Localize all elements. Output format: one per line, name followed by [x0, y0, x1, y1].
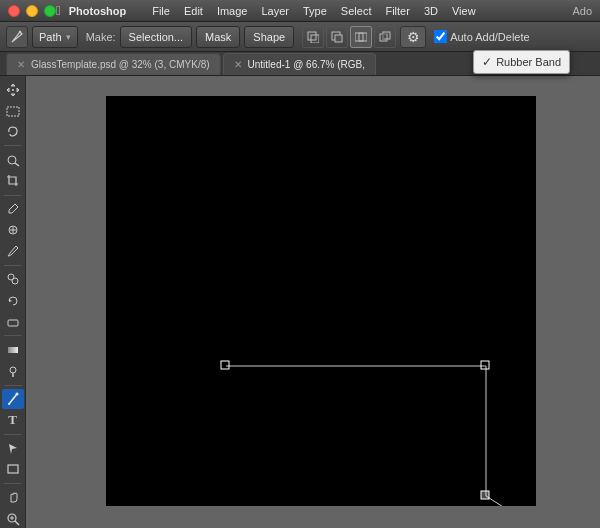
- text-btn[interactable]: T: [2, 411, 24, 430]
- rubber-band-label[interactable]: Rubber Band: [496, 56, 561, 68]
- toolbar-separator-6: [4, 434, 22, 435]
- gradient-btn[interactable]: [2, 340, 24, 359]
- shape-button[interactable]: Shape: [244, 26, 294, 48]
- auto-add-delete-checkbox-label[interactable]: Auto Add/Delete: [434, 30, 530, 43]
- history-brush-btn[interactable]: [2, 291, 24, 310]
- pen-btn[interactable]: [2, 389, 24, 408]
- svg-rect-4: [335, 35, 342, 42]
- clone-btn[interactable]: [2, 270, 24, 289]
- apple-icon: : [56, 3, 61, 18]
- close-button[interactable]: [8, 5, 20, 17]
- rectangle-select-btn[interactable]: [2, 101, 24, 120]
- minimize-button[interactable]: [26, 5, 38, 17]
- hand-btn[interactable]: [2, 488, 24, 507]
- eraser-btn[interactable]: [2, 312, 24, 331]
- svg-point-13: [8, 156, 16, 164]
- path-add-icon[interactable]: [302, 26, 324, 48]
- app-title: Photoshop: [69, 5, 126, 17]
- canvas-document[interactable]: [106, 96, 536, 506]
- main-area: T: [0, 76, 600, 528]
- svg-rect-35: [221, 361, 229, 369]
- menu-filter[interactable]: Filter: [379, 3, 415, 19]
- svg-rect-21: [8, 347, 18, 353]
- svg-point-11: [12, 89, 14, 91]
- mask-button[interactable]: Mask: [196, 26, 240, 48]
- svg-rect-12: [7, 107, 19, 116]
- svg-rect-2: [311, 35, 319, 43]
- pen-tool-icon[interactable]: [6, 26, 28, 48]
- traffic-lights: [8, 5, 56, 17]
- svg-rect-38: [481, 491, 489, 499]
- dodge-btn[interactable]: [2, 361, 24, 380]
- svg-line-34: [486, 496, 536, 506]
- tab-close-glass[interactable]: ✕: [17, 59, 25, 70]
- zoom-btn[interactable]: [2, 509, 24, 528]
- selection-button[interactable]: Selection...: [120, 26, 192, 48]
- svg-line-14: [15, 163, 19, 166]
- toolbar-separator-7: [4, 483, 22, 484]
- maximize-button[interactable]: [44, 5, 56, 17]
- crop-btn[interactable]: [2, 172, 24, 191]
- path-combine-icon[interactable]: [374, 26, 396, 48]
- gear-button[interactable]: ⚙: [400, 26, 426, 48]
- gear-icon: ⚙: [407, 29, 420, 45]
- svg-rect-1: [308, 32, 316, 40]
- path-operations-group: [302, 26, 396, 48]
- heal-btn[interactable]: [2, 221, 24, 240]
- menu-view[interactable]: View: [446, 3, 482, 19]
- tab-label-untitled: Untitled-1 @ 66.7% (RGB,: [248, 59, 365, 70]
- eyedropper-btn[interactable]: [2, 200, 24, 219]
- toolbar-separator-5: [4, 385, 22, 386]
- lasso-btn[interactable]: [2, 122, 24, 141]
- svg-rect-26: [8, 465, 18, 473]
- menu-type[interactable]: Type: [297, 3, 333, 19]
- move-tool-btn[interactable]: [2, 80, 24, 99]
- auto-add-delete-checkbox[interactable]: [434, 30, 447, 43]
- menu-3d[interactable]: 3D: [418, 3, 444, 19]
- svg-point-24: [15, 392, 18, 395]
- svg-line-28: [15, 521, 19, 525]
- svg-point-22: [10, 367, 16, 373]
- menu-file[interactable]: File: [146, 3, 176, 19]
- brush-btn[interactable]: [2, 242, 24, 261]
- path-dropdown[interactable]: Path: [32, 26, 78, 48]
- rubber-band-checkmark: ✓: [482, 55, 492, 69]
- svg-point-19: [12, 278, 18, 284]
- svg-rect-20: [8, 320, 18, 326]
- tab-close-untitled[interactable]: ✕: [234, 59, 242, 70]
- menu-bar: File Edit Image Layer Type Select Filter…: [146, 3, 592, 19]
- toolbar-separator-2: [4, 195, 22, 196]
- path-overlay: [106, 96, 536, 506]
- path-intersect-icon[interactable]: [350, 26, 372, 48]
- title-right-text: Ado: [572, 5, 592, 17]
- tab-label-glass: GlassTemplate.psd @ 32% (3, CMYK/8): [31, 59, 210, 70]
- quick-select-btn[interactable]: [2, 150, 24, 169]
- path-subtract-icon[interactable]: [326, 26, 348, 48]
- menu-layer[interactable]: Layer: [255, 3, 295, 19]
- svg-point-25: [8, 403, 10, 405]
- svg-point-0: [19, 30, 21, 32]
- menu-image[interactable]: Image: [211, 3, 254, 19]
- tab-untitled[interactable]: ✕ Untitled-1 @ 66.7% (RGB,: [223, 53, 376, 75]
- svg-rect-36: [481, 361, 489, 369]
- toolbar-separator-4: [4, 335, 22, 336]
- menu-edit[interactable]: Edit: [178, 3, 209, 19]
- options-bar: Path Make: Selection... Mask Shape: [0, 22, 600, 52]
- make-label: Make:: [86, 31, 116, 43]
- titlebar:  Photoshop File Edit Image Layer Type S…: [0, 0, 600, 22]
- path-select-btn[interactable]: [2, 439, 24, 458]
- toolbar-separator-3: [4, 265, 22, 266]
- canvas-area[interactable]: [26, 76, 600, 528]
- tab-glass-template[interactable]: ✕ GlassTemplate.psd @ 32% (3, CMYK/8): [6, 53, 221, 75]
- rubber-band-popup: ✓ Rubber Band: [473, 50, 570, 74]
- toolbar-separator-1: [4, 145, 22, 146]
- menu-select[interactable]: Select: [335, 3, 378, 19]
- toolbar: T: [0, 76, 26, 528]
- rect-shape-btn[interactable]: [2, 460, 24, 479]
